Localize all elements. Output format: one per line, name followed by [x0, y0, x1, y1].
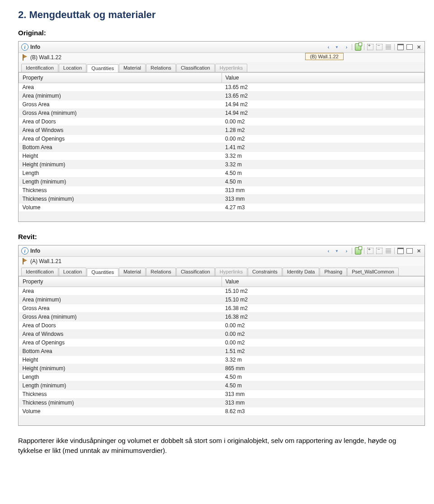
table-row[interactable]: Area13.65 m2 [19, 83, 425, 92]
select-in-view-icon[interactable] [355, 44, 361, 50]
close-panel-icon[interactable]: ✕ [415, 44, 422, 50]
table-row[interactable]: Thickness (minimum)313 mm [19, 195, 425, 203]
info-panel-revit: i Info ‹‹ ▼ ›› ✕ (A) Wall.1.21 Identific… [18, 245, 425, 426]
collapse-tree-icon[interactable] [376, 248, 382, 254]
table-row[interactable]: Height3.32 m [19, 356, 425, 364]
tab-identification[interactable]: Identification [21, 268, 58, 276]
table-row[interactable]: Area of Doors0.00 m2 [19, 321, 425, 330]
col-header-value[interactable]: Value [222, 73, 425, 83]
table-row[interactable]: Area of Windows0.00 m2 [19, 330, 425, 339]
tab-pset-wallcommon[interactable]: Pset_WallCommon [347, 268, 399, 276]
flag-icon [22, 54, 28, 61]
table-row[interactable]: Area (minimum)13.65 m2 [19, 92, 425, 100]
tab-hyperlinks[interactable]: Hyperlinks [215, 64, 247, 72]
nav-back-icon[interactable]: ‹‹ [325, 248, 331, 254]
table-row[interactable]: Gross Area14.94 m2 [19, 100, 425, 109]
info-icon: i [21, 43, 28, 51]
table-row[interactable]: Gross Area16.38 m2 [19, 304, 425, 313]
table-row[interactable]: Area15.10 m2 [19, 287, 425, 296]
expand-tree-icon[interactable] [367, 248, 373, 254]
property-cell: Gross Area [19, 100, 222, 109]
tab-constraints[interactable]: Constraints [248, 268, 282, 276]
table-row[interactable]: Volume4.27 m3 [19, 203, 425, 212]
property-cell: Area [19, 287, 222, 296]
tab-hyperlinks[interactable]: Hyperlinks [215, 268, 247, 276]
tab-material[interactable]: Material [119, 64, 146, 72]
panel-header: i Info ‹‹ ▼ ›› ✕ [19, 245, 425, 257]
table-row[interactable]: Length4.50 m [19, 169, 425, 178]
value-cell: 1.28 m2 [222, 126, 425, 135]
table-row[interactable]: Height3.32 m [19, 152, 425, 160]
table-row[interactable]: Area (minimum)15.10 m2 [19, 296, 425, 304]
col-header-property[interactable]: Property [19, 73, 222, 83]
table-row[interactable]: Volume8.62 m3 [19, 407, 425, 416]
tab-classification[interactable]: Classification [176, 64, 215, 72]
tab-material[interactable]: Material [119, 268, 146, 276]
panel-title: Info [30, 44, 40, 50]
section-heading: 2. Mengdeuttak og materialer [18, 9, 425, 21]
value-cell: 15.10 m2 [222, 287, 425, 296]
table-row[interactable]: Thickness313 mm [19, 186, 425, 195]
panel-toolbar: ‹‹ ▼ ›› ✕ [325, 248, 422, 254]
col-header-value[interactable]: Value [222, 277, 425, 287]
expand-tree-icon[interactable] [367, 44, 373, 50]
property-cell: Length [19, 373, 222, 382]
list-view-icon[interactable] [385, 248, 392, 254]
tab-phasing[interactable]: Phasing [320, 268, 347, 276]
nav-back-icon[interactable]: ‹‹ [325, 44, 331, 50]
close-panel-icon[interactable]: ✕ [415, 248, 422, 254]
property-cell: Area of Windows [19, 126, 222, 135]
table-row[interactable]: Thickness313 mm [19, 390, 425, 399]
restore-window-icon[interactable] [397, 44, 404, 50]
tab-identity-data[interactable]: Identity Data [283, 268, 320, 276]
property-cell: Area (minimum) [19, 92, 222, 100]
table-row[interactable]: Gross Area (minimum)16.38 m2 [19, 313, 425, 321]
history-dropdown-icon[interactable]: ▼ [334, 44, 340, 50]
table-row[interactable]: Gross Area (minimum)14.94 m2 [19, 109, 425, 118]
property-cell: Volume [19, 203, 222, 212]
property-cell: Length (minimum) [19, 382, 222, 390]
value-cell: 16.38 m2 [222, 304, 425, 313]
collapse-tree-icon[interactable] [376, 44, 382, 50]
table-row[interactable]: Thickness (minimum)313 mm [19, 399, 425, 407]
table-row-empty [19, 416, 425, 425]
maximize-window-icon[interactable] [406, 44, 413, 50]
value-cell: 1.51 m2 [222, 347, 425, 356]
table-row[interactable]: Area of Openings0.00 m2 [19, 135, 425, 143]
tab-bar: IdentificationLocationQuantitiesMaterial… [19, 62, 425, 72]
table-row[interactable]: Length (minimum)4.50 m [19, 382, 425, 390]
tab-quantities[interactable]: Quantities [87, 64, 118, 72]
table-row[interactable]: Height (minimum)865 mm [19, 364, 425, 373]
list-view-icon[interactable] [385, 44, 392, 50]
col-header-property[interactable]: Property [19, 277, 222, 287]
property-cell: Area of Openings [19, 339, 222, 347]
table-row[interactable]: Height (minimum)3.32 m [19, 160, 425, 169]
nav-forward-icon[interactable]: ›› [343, 248, 349, 254]
tab-identification[interactable]: Identification [21, 64, 58, 72]
select-in-view-icon[interactable] [355, 248, 361, 254]
tab-classification[interactable]: Classification [176, 268, 215, 276]
property-cell: Height [19, 152, 222, 160]
object-name: (B) Wall.1.22 [30, 54, 61, 61]
value-cell: 3.32 m [222, 152, 425, 160]
tab-quantities[interactable]: Quantities [87, 268, 118, 276]
value-cell: 4.50 m [222, 169, 425, 178]
nav-forward-icon[interactable]: ›› [343, 44, 349, 50]
value-cell: 13.65 m2 [222, 83, 425, 92]
restore-window-icon[interactable] [397, 248, 404, 254]
table-row[interactable]: Bottom Area1.41 m2 [19, 143, 425, 152]
maximize-window-icon[interactable] [406, 248, 413, 254]
table-row[interactable]: Area of Windows1.28 m2 [19, 126, 425, 135]
table-row[interactable]: Area of Doors0.00 m2 [19, 118, 425, 126]
table-row[interactable]: Bottom Area1.51 m2 [19, 347, 425, 356]
value-cell: 14.94 m2 [222, 109, 425, 118]
tab-location[interactable]: Location [59, 64, 87, 72]
table-row[interactable]: Area of Openings0.00 m2 [19, 339, 425, 347]
tab-relations[interactable]: Relations [146, 64, 176, 72]
tab-location[interactable]: Location [59, 268, 87, 276]
history-dropdown-icon[interactable]: ▼ [334, 248, 340, 254]
table-row[interactable]: Length4.50 m [19, 373, 425, 382]
tab-relations[interactable]: Relations [146, 268, 176, 276]
quantities-table: Property Value Area15.10 m2Area (minimum… [19, 276, 425, 425]
table-row[interactable]: Length (minimum)4.50 m [19, 178, 425, 186]
